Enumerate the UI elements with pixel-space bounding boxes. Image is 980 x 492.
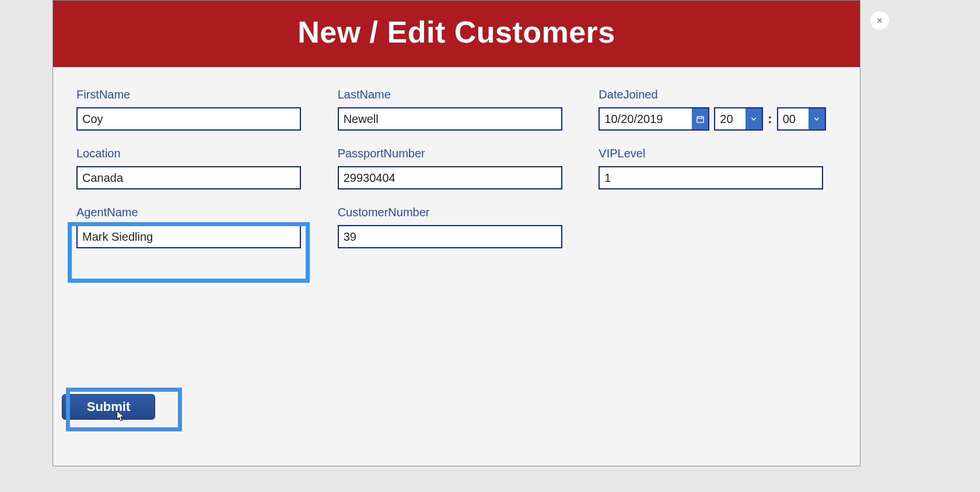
hour-input[interactable] (715, 108, 746, 129)
modal-header: New / Edit Customers (53, 1, 860, 67)
lastname-input[interactable] (338, 107, 562, 131)
vip-input[interactable] (598, 166, 823, 189)
passport-input[interactable] (338, 166, 562, 189)
close-button[interactable] (870, 11, 889, 30)
firstname-input[interactable] (76, 107, 301, 131)
field-location: Location (76, 147, 314, 189)
chevron-down-icon[interactable] (808, 108, 825, 129)
submit-label: Submit (87, 399, 131, 414)
chevron-down-icon[interactable] (746, 108, 762, 129)
minute-dropdown (777, 107, 826, 131)
modal-title: New / Edit Customers (53, 15, 860, 50)
form-body: FirstName LastName DateJoined (53, 67, 860, 248)
field-datejoined: DateJoined : (598, 88, 836, 131)
field-lastname: LastName (338, 88, 576, 131)
svg-rect-0 (697, 117, 704, 122)
customernum-label: CustomerNumber (338, 206, 576, 219)
calendar-icon[interactable] (692, 108, 708, 129)
date-input[interactable] (600, 108, 692, 129)
agent-input[interactable] (76, 225, 301, 248)
field-passport: PassportNumber (338, 147, 576, 189)
close-icon (876, 16, 884, 24)
minute-input[interactable] (778, 108, 808, 129)
time-separator: : (768, 111, 772, 126)
location-input[interactable] (76, 166, 301, 189)
date-picker (598, 107, 709, 131)
passport-label: PassportNumber (338, 147, 576, 160)
field-firstname: FirstName (76, 88, 314, 131)
field-agent: AgentName (76, 206, 314, 248)
lastname-label: LastName (338, 88, 576, 101)
field-vip: VIPLevel (598, 147, 836, 189)
field-customernum: CustomerNumber (338, 206, 576, 248)
hour-dropdown (714, 107, 763, 131)
vip-label: VIPLevel (598, 147, 836, 160)
customer-modal: New / Edit Customers FirstName LastName … (52, 0, 860, 466)
agent-label: AgentName (76, 206, 314, 219)
submit-button[interactable]: Submit (62, 394, 155, 420)
location-label: Location (76, 147, 314, 160)
customernum-input[interactable] (338, 225, 562, 248)
firstname-label: FirstName (76, 88, 314, 101)
datejoined-label: DateJoined (598, 88, 836, 101)
